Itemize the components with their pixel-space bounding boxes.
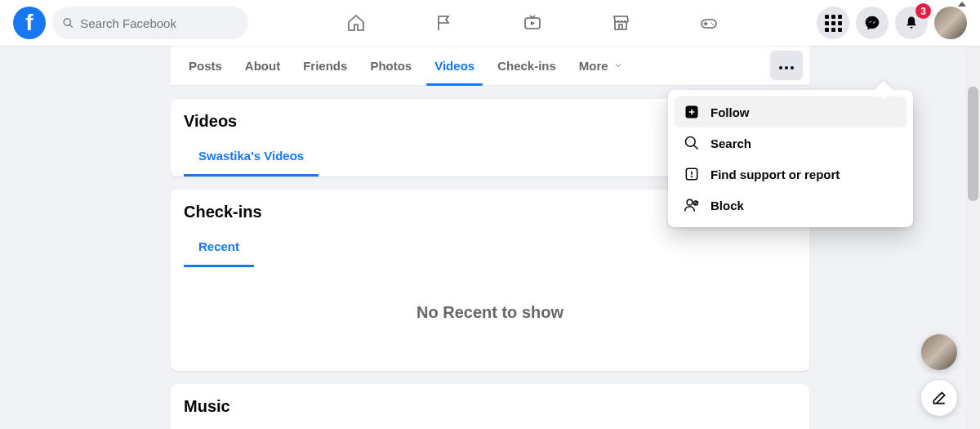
menu-button[interactable] [817, 7, 849, 39]
new-message-fab[interactable] [921, 380, 957, 416]
search-icon [683, 134, 701, 152]
tab-videos[interactable]: Videos [423, 46, 486, 86]
search-icon [62, 16, 74, 29]
profile-tabs: Posts About Friends Photos Videos Check-… [171, 46, 809, 86]
tab-posts[interactable]: Posts [177, 46, 234, 86]
more-actions-dropdown: Follow Search Find support or report Blo… [668, 90, 913, 227]
nav-marketplace[interactable] [580, 3, 662, 42]
dropdown-follow-label: Follow [710, 105, 750, 119]
dropdown-search-label: Search [710, 136, 751, 150]
music-subtab[interactable]: Songs [184, 424, 251, 429]
gaming-icon [699, 13, 719, 33]
home-icon [346, 13, 366, 33]
marketplace-icon [611, 13, 630, 33]
search-box[interactable] [52, 7, 248, 39]
menu-grid-icon [825, 15, 842, 32]
center-nav [248, 3, 817, 42]
dropdown-block[interactable]: Block [675, 190, 906, 221]
tab-photos[interactable]: Photos [359, 46, 423, 86]
svg-line-12 [694, 202, 697, 204]
dropdown-report-label: Find support or report [710, 168, 840, 181]
svg-line-6 [694, 145, 698, 150]
svg-line-1 [70, 25, 73, 27]
flag-icon [434, 13, 454, 33]
checkins-subtab[interactable]: Recent [184, 230, 254, 267]
vertical-scrollbar[interactable] [966, 46, 980, 429]
notification-badge: 3 [915, 3, 931, 19]
scroll-up-arrow[interactable] [958, 2, 966, 7]
svg-point-9 [692, 177, 693, 177]
profile-avatar[interactable] [934, 7, 967, 39]
chevron-down-icon [613, 59, 623, 73]
top-navbar: f 3 [0, 0, 980, 46]
ellipsis-icon [778, 58, 795, 73]
nav-pages[interactable] [403, 3, 485, 42]
dropdown-follow[interactable]: Follow [675, 96, 906, 127]
dropdown-block-label: Block [710, 199, 744, 212]
checkins-empty-text: No Recent to show [184, 267, 796, 371]
svg-point-5 [686, 137, 696, 147]
messenger-icon [864, 15, 880, 31]
right-nav: 3 [817, 7, 967, 39]
logo-letter: f [25, 10, 33, 36]
nav-gaming[interactable] [668, 3, 750, 42]
svg-point-10 [687, 199, 693, 205]
more-actions-button[interactable] [770, 51, 803, 80]
notifications-button[interactable]: 3 [895, 7, 928, 39]
tab-more[interactable]: More [568, 46, 635, 86]
chat-avatar-fab[interactable] [921, 334, 957, 370]
dropdown-search[interactable]: Search [675, 127, 906, 159]
watch-icon [523, 13, 542, 33]
bell-icon [903, 15, 920, 31]
compose-icon [931, 390, 947, 406]
report-icon [683, 165, 701, 183]
facebook-logo[interactable]: f [13, 7, 46, 39]
tab-checkins[interactable]: Check-ins [486, 46, 568, 86]
messenger-button[interactable] [856, 7, 889, 39]
tab-about[interactable]: About [234, 46, 292, 86]
block-person-icon [683, 196, 701, 214]
tab-friends[interactable]: Friends [292, 46, 359, 86]
videos-subtab[interactable]: Swastika's Videos [184, 139, 318, 177]
search-input[interactable] [80, 16, 238, 30]
nav-home[interactable] [315, 3, 397, 42]
follow-plus-icon [683, 103, 701, 121]
music-title: Music [184, 397, 796, 416]
music-card: Music Songs [171, 384, 809, 429]
tab-more-label: More [579, 59, 608, 73]
dropdown-report[interactable]: Find support or report [675, 159, 906, 190]
scrollbar-thumb[interactable] [968, 87, 978, 201]
nav-watch[interactable] [492, 3, 573, 42]
